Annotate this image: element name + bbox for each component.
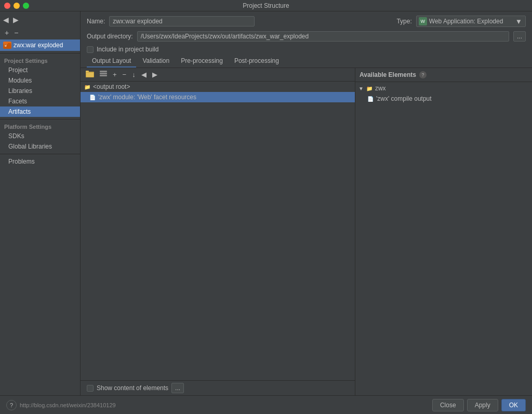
elements-group-zwx: ▼ 📁 zwx 📄 'zwx' compile output xyxy=(355,82,532,105)
maximize-window-button[interactable] xyxy=(23,3,29,9)
module-icon: 📄 xyxy=(89,94,96,101)
remove-artifact-button[interactable]: − xyxy=(12,28,20,37)
include-checkbox[interactable] xyxy=(87,46,94,53)
group-folder-icon: 📁 xyxy=(366,85,373,92)
tree-folder-button[interactable] xyxy=(84,70,96,79)
sidebar-item-sdks[interactable]: SDKs xyxy=(0,131,80,141)
elements-header: Available Elements ? xyxy=(355,68,532,82)
nav-back-button[interactable]: ◀ xyxy=(3,16,9,24)
minimize-window-button[interactable] xyxy=(14,3,20,9)
type-dropdown-button[interactable]: ▼ xyxy=(514,18,523,25)
include-label: Include in project build xyxy=(97,46,158,53)
divider-1 xyxy=(0,53,80,54)
elements-content: ▼ 📁 zwx 📄 'zwx' compile output xyxy=(355,82,532,395)
include-row: Include in project build xyxy=(81,44,532,55)
available-elements-help-icon[interactable]: ? xyxy=(419,71,427,78)
artifact-icon: W xyxy=(3,42,11,49)
output-dir-input[interactable] xyxy=(137,31,509,42)
footer-url: http://blog.csdn.net/weixin/238410129 xyxy=(20,402,116,408)
tree-content: 📁 <output root> 📄 'zwx' module: 'Web' fa… xyxy=(81,82,355,380)
svg-rect-6 xyxy=(86,73,94,77)
sidebar: ◀ ▶ + − W zwx:war exploded Project Setti… xyxy=(0,11,81,395)
output-dir-row: Output directory: ... xyxy=(81,30,532,44)
nav-arrows: ◀ ▶ xyxy=(0,14,80,26)
window-controls xyxy=(4,3,29,9)
svg-rect-7 xyxy=(100,71,107,72)
footer: ? http://blog.csdn.net/weixin/238410129 … xyxy=(0,395,532,414)
platform-settings-label: Platform Settings xyxy=(0,122,80,131)
element-module-icon: 📄 xyxy=(367,95,374,102)
show-content-button[interactable]: ... xyxy=(171,383,184,393)
tree-add-button[interactable]: + xyxy=(111,70,119,79)
name-input[interactable] xyxy=(109,16,255,26)
tab-pre-processing[interactable]: Pre-processing xyxy=(176,55,228,68)
ok-button[interactable]: OK xyxy=(501,399,526,411)
tab-validation[interactable]: Validation xyxy=(137,55,175,68)
svg-rect-5 xyxy=(86,71,89,72)
close-button[interactable]: Close xyxy=(432,399,464,411)
sidebar-item-project[interactable]: Project xyxy=(0,65,80,75)
type-label: Type: xyxy=(396,18,411,25)
close-window-button[interactable] xyxy=(4,3,10,9)
apply-button[interactable]: Apply xyxy=(467,399,498,411)
show-content-checkbox[interactable] xyxy=(87,385,94,392)
browse-button[interactable]: ... xyxy=(513,31,526,42)
svg-text:W: W xyxy=(5,44,7,47)
type-select-text: Web Application: Exploded xyxy=(429,18,512,25)
divider-2 xyxy=(0,119,80,119)
tree-pane: + − ↓ ◀ ▶ 📁 <output root> 📄 'zwx' module… xyxy=(81,68,355,395)
svg-rect-8 xyxy=(100,73,107,74)
footer-left: ? http://blog.csdn.net/weixin/238410129 xyxy=(6,400,116,410)
tree-next-button[interactable]: ▶ xyxy=(150,70,159,79)
group-chevron-icon: ▼ xyxy=(358,86,364,91)
sidebar-item-facets[interactable]: Facets xyxy=(0,96,80,106)
tree-toolbar: + − ↓ ◀ ▶ xyxy=(81,68,355,82)
tree-list-button[interactable] xyxy=(98,70,109,79)
artifact-list-item[interactable]: W zwx:war exploded xyxy=(0,39,80,51)
tree-item-output-root[interactable]: 📁 <output root> xyxy=(81,82,355,92)
footer-right: Close Apply OK xyxy=(432,399,526,411)
tree-item-web-facet[interactable]: 📄 'zwx' module: 'Web' facet resources xyxy=(81,92,355,102)
name-label: Name: xyxy=(87,18,105,25)
main-layout: ◀ ▶ + − W zwx:war exploded Project Setti… xyxy=(0,11,532,395)
type-icon: W xyxy=(419,17,427,25)
type-select-wrapper: W Web Application: Exploded ▼ xyxy=(416,16,526,27)
tree-sort-button[interactable]: ↓ xyxy=(130,70,138,79)
bottom-row: Show content of elements ... xyxy=(81,380,355,395)
svg-rect-9 xyxy=(100,75,107,76)
window-title: Project Structure xyxy=(243,2,289,9)
content-area: Name: Type: W Web Application: Exploded … xyxy=(81,11,532,395)
elements-pane: Available Elements ? ▼ 📁 zwx 📄 xyxy=(355,68,532,395)
output-dir-label: Output directory: xyxy=(87,33,133,40)
project-settings-label: Project Settings xyxy=(0,56,80,65)
titlebar: Project Structure xyxy=(0,0,532,11)
tab-output-layout[interactable]: Output Layout xyxy=(87,55,136,68)
tab-post-processing[interactable]: Post-processing xyxy=(229,55,284,68)
nav-forward-button[interactable]: ▶ xyxy=(13,16,19,24)
divider-3 xyxy=(0,154,80,154)
name-type-row: Name: Type: W Web Application: Exploded … xyxy=(81,11,532,30)
tree-prev-button[interactable]: ◀ xyxy=(139,70,149,79)
sidebar-item-problems[interactable]: Problems xyxy=(0,156,80,167)
sidebar-item-global-libraries[interactable]: Global Libraries xyxy=(0,141,80,152)
elements-title: Available Elements xyxy=(360,71,416,78)
sidebar-item-modules[interactable]: Modules xyxy=(0,75,80,86)
sidebar-item-libraries[interactable]: Libraries xyxy=(0,86,80,96)
output-panel: + − ↓ ◀ ▶ 📁 <output root> 📄 'zwx' module… xyxy=(81,68,532,395)
sidebar-toolbar: + − xyxy=(0,26,80,39)
tabs-row: Output Layout Validation Pre-processing … xyxy=(81,55,532,68)
elements-item-compile-output[interactable]: 📄 'zwx' compile output xyxy=(355,94,532,104)
add-artifact-button[interactable]: + xyxy=(3,28,10,37)
show-content-label: Show content of elements xyxy=(97,384,168,392)
artifact-item-label: zwx:war exploded xyxy=(14,42,63,49)
tree-remove-button[interactable]: − xyxy=(121,70,129,79)
folder-icon: 📁 xyxy=(84,83,91,90)
elements-group-header-zwx[interactable]: ▼ 📁 zwx xyxy=(355,83,532,94)
sidebar-item-artifacts[interactable]: Artifacts xyxy=(0,106,80,117)
footer-help-button[interactable]: ? xyxy=(6,400,17,410)
